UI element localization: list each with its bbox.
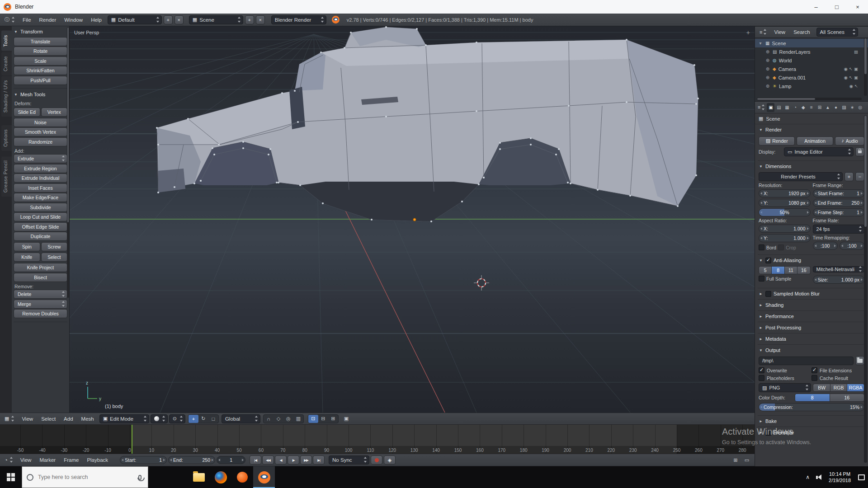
panel-header-bake[interactable]: ►Bake [759,417,864,426]
tool-extrude-region[interactable]: Extrude Region [14,164,67,173]
current-frame-marker[interactable] [132,425,132,454]
play-button[interactable]: ▶ [288,455,299,465]
panel-header-post-processing[interactable]: ►Post Processing [759,323,864,332]
tool-tab-create[interactable]: Create [1,52,12,75]
current-frame-field[interactable]: 1 [217,456,245,464]
sampled-motion-blur-checkbox[interactable] [765,291,771,297]
eye-icon[interactable]: ◉ [844,75,848,80]
volume-icon[interactable] [813,466,825,488]
tool-rotate[interactable]: Rotate [14,47,67,56]
panel-header-freestyle[interactable]: ►Freestyle [759,428,864,437]
constraints-tab-icon[interactable]: ≡ [807,103,815,112]
face-select-icon[interactable]: ⊞ [328,415,338,423]
vehicle-mesh[interactable] [156,26,699,222]
menu-help[interactable]: Help [87,14,106,26]
freestyle-checkbox[interactable] [765,430,771,436]
close-scene-button[interactable]: × [256,15,265,24]
physics-tab-icon[interactable]: ◎ [856,103,864,112]
outliner-row-camera-001[interactable]: ⊕◆Camera.001◉↖▣ [755,73,868,82]
end-frame-field-props[interactable]: End Frame:250 [813,199,865,207]
outliner-h-scrollbar[interactable] [757,98,862,100]
snap-element-icon[interactable]: ◇ [274,415,283,423]
blender-taskbar-button[interactable] [253,466,275,488]
start-frame-field[interactable]: Start: 1 [120,456,167,464]
anti-aliasing-panel-header[interactable]: ▼ Anti-Aliasing [759,256,864,265]
viewport-menu-add[interactable]: Add [60,413,77,425]
expand-icon[interactable]: ⊕ [765,66,770,71]
region-toggle-icon[interactable]: + [746,29,750,36]
prev-keyframe-button[interactable]: ◀◀ [262,455,274,465]
manipulator-scale-icon[interactable]: □ [208,415,218,423]
render-panel-header[interactable]: ▼ Render [759,125,864,134]
dimensions-panel-header[interactable]: ▼ Dimensions [759,162,864,171]
viewport-menu-view[interactable]: View [18,413,37,425]
tool-tab-grease-pencil[interactable]: Grease Pencil [1,156,12,197]
menu-file[interactable]: File [19,14,35,26]
lock-interface-button[interactable] [855,147,864,156]
tool-noise[interactable]: Noise [14,118,67,127]
eye-icon[interactable]: ◉ [849,84,853,89]
edge-select-icon[interactable]: ⊟ [318,415,328,423]
action-center-icon[interactable] [855,466,868,488]
aa-filter-dropdown[interactable]: Mitchell-Netravali [813,266,865,272]
eye-icon[interactable]: ◉ [844,66,848,71]
scene-dropdown[interactable]: ▦ Scene [189,15,243,24]
resolution-y-field[interactable]: Y:1080 px [759,199,811,207]
browse-folder-button[interactable] [855,356,864,365]
timeline-menu-view[interactable]: View [16,454,36,466]
manipulator-translate-icon[interactable]: + [189,415,198,423]
render-button[interactable]: ▨Render [759,136,795,145]
editor-type-button-properties[interactable]: ≡ [756,103,767,112]
display-scope-dropdown[interactable]: All Scenes [816,28,858,37]
orientation-dropdown[interactable]: Global [222,414,260,423]
firefox-button[interactable] [210,466,231,488]
color-depth-16[interactable]: 16 [830,394,865,402]
end-frame-field[interactable]: End: 250 [168,456,215,464]
render-engine-dropdown[interactable]: Blender Render [271,15,326,24]
editor-type-button[interactable]: ▦ [3,414,16,423]
tool-shrink-fatten[interactable]: Shrink/Fatten [14,66,67,75]
aa-size-field[interactable]: Size:1.000 px [813,276,865,284]
tool-smooth-vertex[interactable]: Smooth Vertex [14,127,67,136]
jump-to-start-button[interactable]: |◀ [250,455,261,465]
modifiers-tab-icon[interactable]: ⊞ [816,103,823,112]
outliner-scrollbar[interactable] [864,38,867,96]
expand-icon[interactable]: ⊕ [765,49,770,54]
render-icon[interactable]: ▣ [854,66,858,71]
remap-old-field[interactable]: :100 [813,242,838,250]
tool-duplicate[interactable]: Duplicate [14,232,67,241]
display-dropdown[interactable]: ▭ Image Editor [784,147,854,156]
start-frame-field-props[interactable]: Start Frame:1 [813,189,865,197]
render-icon[interactable]: ▣ [854,75,858,80]
delete-keyframe-icon[interactable]: ▭ [742,455,752,465]
occlude-geometry-icon[interactable]: ▥ [293,415,303,423]
tool-tab-tools[interactable]: Tools [1,31,12,51]
panel-header-shading[interactable]: ►Shading [759,300,864,310]
screen-layout-dropdown[interactable]: ▦ Default [108,15,162,24]
tool-translate[interactable]: Translate [14,37,67,46]
tool-tab-shading-uvs[interactable]: Shading / UVs [1,76,12,117]
world-tab-icon[interactable]: ◔ [791,103,799,112]
tool-randomize[interactable]: Randomize [14,137,67,146]
proportional-edit-icon[interactable]: ◎ [283,415,293,423]
file-format-dropdown[interactable]: ▨ PNG [759,383,811,392]
aa-samples-16[interactable]: 16 [797,266,810,274]
mode-dropdown[interactable]: ▣ Edit Mode [99,414,149,423]
viewport-menu-select[interactable]: Select [37,413,60,425]
material-tab-icon[interactable]: ● [832,103,840,112]
snap-magnet-icon[interactable]: ∩ [264,415,274,423]
crop-checkbox[interactable] [778,244,784,250]
texture-tab-icon[interactable]: ▨ [840,103,848,112]
app-orange-button[interactable] [231,466,253,488]
tool-bisect[interactable]: Bisect [14,273,67,282]
output-panel-header[interactable]: ▼ Output [759,346,864,355]
audio-button[interactable]: ♪Audio [835,136,864,145]
timeline-menu-playback[interactable]: Playback [83,454,112,466]
output-path-field[interactable]: /tmp\ [759,357,854,365]
insert-keyframe-icon[interactable]: ⊞ [731,455,741,465]
maximize-button[interactable]: □ [826,0,847,14]
add-layout-button[interactable]: + [164,15,173,24]
tool-spin[interactable]: Spin [14,242,40,251]
panel-header-performance[interactable]: ►Performance [759,312,864,321]
file-explorer-button[interactable] [188,466,210,488]
